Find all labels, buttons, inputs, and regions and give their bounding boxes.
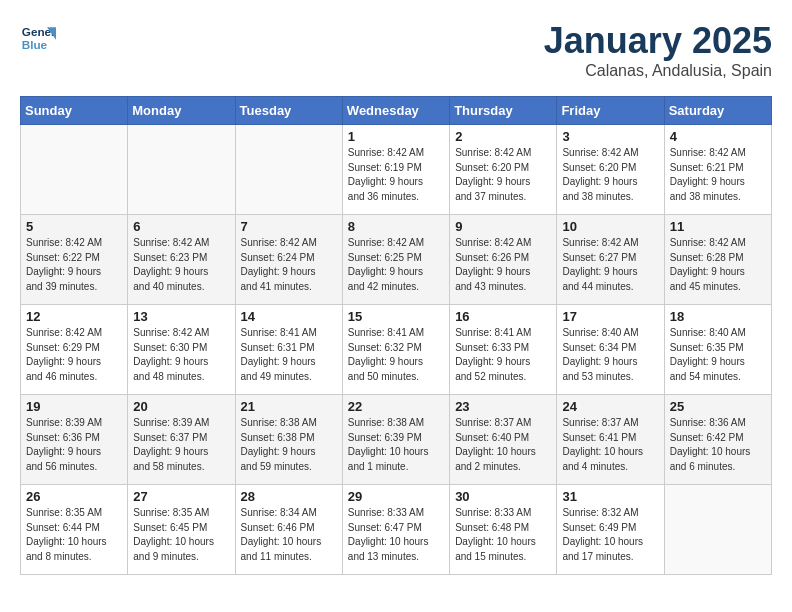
- day-info: Sunrise: 8:42 AM Sunset: 6:27 PM Dayligh…: [562, 236, 658, 294]
- calendar-cell: 9Sunrise: 8:42 AM Sunset: 6:26 PM Daylig…: [450, 215, 557, 305]
- day-info: Sunrise: 8:42 AM Sunset: 6:19 PM Dayligh…: [348, 146, 444, 204]
- header-cell-friday: Friday: [557, 97, 664, 125]
- day-info: Sunrise: 8:38 AM Sunset: 6:38 PM Dayligh…: [241, 416, 337, 474]
- day-number: 21: [241, 399, 337, 414]
- calendar-cell: 26Sunrise: 8:35 AM Sunset: 6:44 PM Dayli…: [21, 485, 128, 575]
- calendar-cell: 2Sunrise: 8:42 AM Sunset: 6:20 PM Daylig…: [450, 125, 557, 215]
- calendar-cell: 15Sunrise: 8:41 AM Sunset: 6:32 PM Dayli…: [342, 305, 449, 395]
- day-number: 22: [348, 399, 444, 414]
- logo-icon: General Blue: [20, 20, 56, 56]
- day-number: 23: [455, 399, 551, 414]
- calendar-cell: 10Sunrise: 8:42 AM Sunset: 6:27 PM Dayli…: [557, 215, 664, 305]
- day-info: Sunrise: 8:34 AM Sunset: 6:46 PM Dayligh…: [241, 506, 337, 564]
- calendar-cell: 22Sunrise: 8:38 AM Sunset: 6:39 PM Dayli…: [342, 395, 449, 485]
- calendar-cell: 13Sunrise: 8:42 AM Sunset: 6:30 PM Dayli…: [128, 305, 235, 395]
- calendar-cell: 14Sunrise: 8:41 AM Sunset: 6:31 PM Dayli…: [235, 305, 342, 395]
- day-info: Sunrise: 8:32 AM Sunset: 6:49 PM Dayligh…: [562, 506, 658, 564]
- calendar-cell: 25Sunrise: 8:36 AM Sunset: 6:42 PM Dayli…: [664, 395, 771, 485]
- day-number: 11: [670, 219, 766, 234]
- day-number: 17: [562, 309, 658, 324]
- calendar-cell: 12Sunrise: 8:42 AM Sunset: 6:29 PM Dayli…: [21, 305, 128, 395]
- calendar-cell: 23Sunrise: 8:37 AM Sunset: 6:40 PM Dayli…: [450, 395, 557, 485]
- day-info: Sunrise: 8:39 AM Sunset: 6:37 PM Dayligh…: [133, 416, 229, 474]
- day-number: 20: [133, 399, 229, 414]
- calendar-cell: 21Sunrise: 8:38 AM Sunset: 6:38 PM Dayli…: [235, 395, 342, 485]
- day-info: Sunrise: 8:35 AM Sunset: 6:45 PM Dayligh…: [133, 506, 229, 564]
- calendar-cell: [128, 125, 235, 215]
- day-info: Sunrise: 8:42 AM Sunset: 6:26 PM Dayligh…: [455, 236, 551, 294]
- calendar-table: SundayMondayTuesdayWednesdayThursdayFrid…: [20, 96, 772, 575]
- calendar-cell: 4Sunrise: 8:42 AM Sunset: 6:21 PM Daylig…: [664, 125, 771, 215]
- calendar-cell: 18Sunrise: 8:40 AM Sunset: 6:35 PM Dayli…: [664, 305, 771, 395]
- day-number: 9: [455, 219, 551, 234]
- day-info: Sunrise: 8:37 AM Sunset: 6:40 PM Dayligh…: [455, 416, 551, 474]
- header-row: SundayMondayTuesdayWednesdayThursdayFrid…: [21, 97, 772, 125]
- day-info: Sunrise: 8:42 AM Sunset: 6:22 PM Dayligh…: [26, 236, 122, 294]
- day-info: Sunrise: 8:42 AM Sunset: 6:28 PM Dayligh…: [670, 236, 766, 294]
- day-info: Sunrise: 8:36 AM Sunset: 6:42 PM Dayligh…: [670, 416, 766, 474]
- day-info: Sunrise: 8:42 AM Sunset: 6:20 PM Dayligh…: [455, 146, 551, 204]
- calendar-cell: 27Sunrise: 8:35 AM Sunset: 6:45 PM Dayli…: [128, 485, 235, 575]
- calendar-cell: 6Sunrise: 8:42 AM Sunset: 6:23 PM Daylig…: [128, 215, 235, 305]
- day-info: Sunrise: 8:42 AM Sunset: 6:20 PM Dayligh…: [562, 146, 658, 204]
- day-info: Sunrise: 8:37 AM Sunset: 6:41 PM Dayligh…: [562, 416, 658, 474]
- logo: General Blue General Blue: [20, 20, 56, 56]
- day-number: 3: [562, 129, 658, 144]
- calendar-cell: 30Sunrise: 8:33 AM Sunset: 6:48 PM Dayli…: [450, 485, 557, 575]
- day-number: 7: [241, 219, 337, 234]
- page-header: General Blue General Blue January 2025 C…: [20, 20, 772, 80]
- day-number: 12: [26, 309, 122, 324]
- calendar-cell: [21, 125, 128, 215]
- day-number: 29: [348, 489, 444, 504]
- calendar-cell: 20Sunrise: 8:39 AM Sunset: 6:37 PM Dayli…: [128, 395, 235, 485]
- day-info: Sunrise: 8:42 AM Sunset: 6:25 PM Dayligh…: [348, 236, 444, 294]
- calendar-cell: [664, 485, 771, 575]
- title-block: January 2025 Calanas, Andalusia, Spain: [544, 20, 772, 80]
- calendar-title: January 2025: [544, 20, 772, 62]
- day-number: 15: [348, 309, 444, 324]
- calendar-cell: 5Sunrise: 8:42 AM Sunset: 6:22 PM Daylig…: [21, 215, 128, 305]
- svg-text:Blue: Blue: [22, 38, 48, 51]
- day-info: Sunrise: 8:33 AM Sunset: 6:48 PM Dayligh…: [455, 506, 551, 564]
- day-info: Sunrise: 8:42 AM Sunset: 6:30 PM Dayligh…: [133, 326, 229, 384]
- calendar-cell: 19Sunrise: 8:39 AM Sunset: 6:36 PM Dayli…: [21, 395, 128, 485]
- calendar-week-4: 19Sunrise: 8:39 AM Sunset: 6:36 PM Dayli…: [21, 395, 772, 485]
- day-number: 27: [133, 489, 229, 504]
- day-info: Sunrise: 8:42 AM Sunset: 6:23 PM Dayligh…: [133, 236, 229, 294]
- day-info: Sunrise: 8:35 AM Sunset: 6:44 PM Dayligh…: [26, 506, 122, 564]
- calendar-cell: 1Sunrise: 8:42 AM Sunset: 6:19 PM Daylig…: [342, 125, 449, 215]
- day-number: 8: [348, 219, 444, 234]
- day-number: 19: [26, 399, 122, 414]
- day-number: 25: [670, 399, 766, 414]
- day-number: 18: [670, 309, 766, 324]
- calendar-week-5: 26Sunrise: 8:35 AM Sunset: 6:44 PM Dayli…: [21, 485, 772, 575]
- header-cell-saturday: Saturday: [664, 97, 771, 125]
- calendar-week-1: 1Sunrise: 8:42 AM Sunset: 6:19 PM Daylig…: [21, 125, 772, 215]
- calendar-cell: 29Sunrise: 8:33 AM Sunset: 6:47 PM Dayli…: [342, 485, 449, 575]
- calendar-header: SundayMondayTuesdayWednesdayThursdayFrid…: [21, 97, 772, 125]
- day-info: Sunrise: 8:41 AM Sunset: 6:31 PM Dayligh…: [241, 326, 337, 384]
- header-cell-thursday: Thursday: [450, 97, 557, 125]
- day-number: 31: [562, 489, 658, 504]
- day-number: 24: [562, 399, 658, 414]
- day-number: 30: [455, 489, 551, 504]
- calendar-cell: 17Sunrise: 8:40 AM Sunset: 6:34 PM Dayli…: [557, 305, 664, 395]
- day-number: 16: [455, 309, 551, 324]
- calendar-subtitle: Calanas, Andalusia, Spain: [544, 62, 772, 80]
- day-number: 13: [133, 309, 229, 324]
- calendar-cell: [235, 125, 342, 215]
- day-info: Sunrise: 8:39 AM Sunset: 6:36 PM Dayligh…: [26, 416, 122, 474]
- day-info: Sunrise: 8:41 AM Sunset: 6:33 PM Dayligh…: [455, 326, 551, 384]
- day-info: Sunrise: 8:41 AM Sunset: 6:32 PM Dayligh…: [348, 326, 444, 384]
- day-info: Sunrise: 8:42 AM Sunset: 6:24 PM Dayligh…: [241, 236, 337, 294]
- day-number: 28: [241, 489, 337, 504]
- calendar-cell: 24Sunrise: 8:37 AM Sunset: 6:41 PM Dayli…: [557, 395, 664, 485]
- calendar-cell: 31Sunrise: 8:32 AM Sunset: 6:49 PM Dayli…: [557, 485, 664, 575]
- day-number: 2: [455, 129, 551, 144]
- day-number: 4: [670, 129, 766, 144]
- day-info: Sunrise: 8:38 AM Sunset: 6:39 PM Dayligh…: [348, 416, 444, 474]
- calendar-week-2: 5Sunrise: 8:42 AM Sunset: 6:22 PM Daylig…: [21, 215, 772, 305]
- header-cell-monday: Monday: [128, 97, 235, 125]
- calendar-body: 1Sunrise: 8:42 AM Sunset: 6:19 PM Daylig…: [21, 125, 772, 575]
- calendar-week-3: 12Sunrise: 8:42 AM Sunset: 6:29 PM Dayli…: [21, 305, 772, 395]
